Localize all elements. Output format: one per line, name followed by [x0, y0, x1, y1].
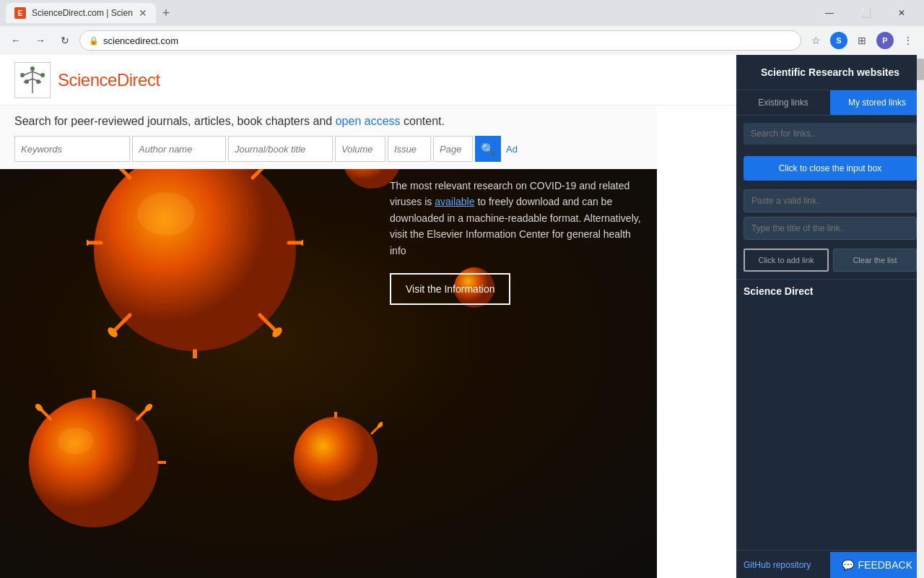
svg-point-5: [40, 73, 45, 77]
lock-icon: 🔒: [89, 36, 99, 46]
existing-links-tab[interactable]: Existing links: [736, 90, 830, 115]
puzzle-btn[interactable]: ⊞: [852, 30, 872, 51]
site-logo: ScienceDirect: [14, 62, 160, 98]
svg-line-42: [372, 427, 378, 434]
back-btn[interactable]: ←: [6, 30, 26, 51]
browser-tab[interactable]: E ScienceDirect.com | Science, hea ✕: [6, 3, 156, 23]
svg-point-4: [20, 73, 25, 77]
popup-header: Scientific Research websites: [736, 55, 924, 90]
window-scrollbar-thumb[interactable]: [917, 59, 924, 80]
hero-content: The most relevant research on COVID-19 a…: [390, 178, 642, 305]
svg-point-17: [300, 239, 303, 246]
forward-btn[interactable]: →: [30, 30, 51, 51]
virus-ball-2: [22, 390, 166, 535]
clear-list-btn[interactable]: Clear the list: [833, 249, 917, 272]
svg-point-28: [137, 192, 195, 236]
browser-chrome: E ScienceDirect.com | Science, hea ✕ + —…: [0, 0, 924, 55]
menu-btn[interactable]: ⋮: [898, 30, 918, 51]
hero-section: The most relevant research on COVID-19 a…: [0, 105, 657, 578]
maximize-btn[interactable]: ⬜: [849, 0, 882, 26]
star-btn[interactable]: ☆: [806, 30, 826, 51]
search-btn[interactable]: 🔍: [475, 136, 501, 162]
popup-input-area: [744, 189, 917, 244]
popup-panel: Scientific Research websites Existing li…: [736, 55, 924, 578]
feedback-label: FEEDBACK: [858, 559, 912, 571]
svg-point-25: [87, 239, 90, 246]
feedback-btn[interactable]: 💬 FEEDBACK: [830, 552, 924, 578]
search-inputs: 🔍 Ad: [14, 136, 642, 162]
new-tab-btn[interactable]: +: [156, 3, 176, 23]
paste-link-input[interactable]: [744, 189, 917, 212]
url-bar[interactable]: 🔒 sciencedirect.com: [79, 30, 801, 51]
hero-text: The most relevant research on COVID-19 a…: [390, 178, 642, 259]
title-bar: E ScienceDirect.com | Science, hea ✕ + —…: [0, 0, 924, 26]
tab-title: ScienceDirect.com | Science, hea: [32, 8, 133, 18]
link-title-input[interactable]: [744, 217, 917, 240]
author-name-input[interactable]: [132, 136, 226, 162]
hero-background: The most relevant research on COVID-19 a…: [0, 105, 657, 578]
virus-ball-3: [289, 412, 383, 506]
svg-line-36: [41, 410, 51, 419]
url-text: sciencedirect.com: [103, 35, 178, 46]
extension-icon: S: [830, 32, 847, 49]
extension-btn[interactable]: S: [829, 30, 849, 51]
popup-action-buttons: Click to add link Clear the list: [744, 249, 917, 272]
close-btn[interactable]: ✕: [885, 0, 918, 26]
close-input-box-btn[interactable]: Click to close the input box: [744, 156, 917, 181]
keywords-input[interactable]: [14, 136, 130, 162]
website: ScienceDirect Journals & Books gn in Sea…: [0, 55, 924, 578]
profile-btn[interactable]: P: [875, 30, 895, 51]
open-access-link[interactable]: open access: [336, 115, 401, 127]
available-link[interactable]: available: [435, 196, 474, 207]
site-logo-text: ScienceDirect: [58, 70, 160, 90]
search-desc-suffix: content.: [404, 115, 445, 127]
search-icon: 🔍: [481, 143, 495, 155]
popup-tabs: Existing links My stored links: [736, 90, 924, 116]
virus-container: [0, 105, 657, 578]
svg-point-6: [30, 66, 35, 71]
toolbar-icons: ☆ S ⊞ P ⋮: [806, 30, 918, 51]
popup-section-title: Science Direct: [736, 279, 924, 303]
popup-title: Scientific Research websites: [761, 66, 899, 78]
search-description: Search for peer-reviewed journals, artic…: [14, 113, 642, 130]
stored-links-tab[interactable]: My stored links: [830, 90, 924, 115]
feedback-icon: 💬: [842, 559, 854, 571]
issue-input[interactable]: [388, 136, 431, 162]
visit-information-btn[interactable]: Visit the Information: [390, 273, 510, 305]
advanced-search-link[interactable]: Ad: [506, 144, 518, 155]
window-scrollbar[interactable]: [917, 55, 924, 578]
profile-icon: P: [876, 32, 894, 49]
tab-favicon: E: [14, 7, 26, 19]
main-search-bar: Search for peer-reviewed journals, artic…: [0, 105, 657, 169]
popup-search-input[interactable]: [744, 123, 917, 144]
svg-line-32: [137, 410, 147, 419]
refresh-btn[interactable]: ↻: [55, 30, 75, 51]
github-repo-link[interactable]: GitHub repository: [744, 560, 811, 570]
minimize-btn[interactable]: —: [813, 0, 846, 26]
svg-point-39: [294, 417, 378, 501]
elsevier-logo: [14, 62, 51, 98]
svg-point-38: [58, 428, 94, 454]
address-bar: ← → ↻ 🔒 sciencedirect.com ☆ S ⊞ P ⋮: [0, 26, 924, 55]
virus-ball-1: [87, 142, 303, 358]
popup-content-area[interactable]: [736, 303, 924, 550]
volume-input[interactable]: [335, 136, 385, 162]
window-controls: — ⬜ ✕: [813, 0, 918, 26]
search-desc-text: Search for peer-reviewed journals, artic…: [14, 115, 332, 127]
journal-title-input[interactable]: [228, 136, 333, 162]
page-input[interactable]: [433, 136, 473, 162]
add-link-btn[interactable]: Click to add link: [744, 249, 829, 272]
tab-close-btn[interactable]: ✕: [139, 7, 147, 19]
